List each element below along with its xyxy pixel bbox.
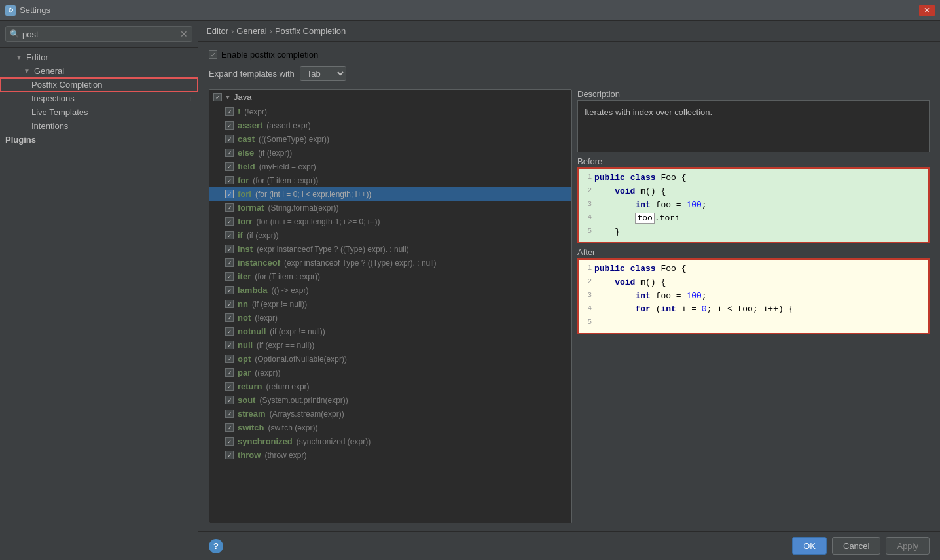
general-label: General xyxy=(34,66,64,76)
item-checkbox[interactable] xyxy=(225,382,234,391)
item-checkbox[interactable] xyxy=(225,176,234,184)
sidebar-item-general[interactable]: ▼ General xyxy=(0,64,198,78)
list-item-not[interactable]: ! (!expr) xyxy=(209,105,571,118)
item-checkbox[interactable] xyxy=(225,451,234,459)
java-section-header[interactable]: ▼ Java xyxy=(209,90,571,105)
list-item-notnull[interactable]: notnull (if (expr != null)) xyxy=(209,324,571,338)
list-item-opt[interactable]: opt (Optional.ofNullable(expr)) xyxy=(209,352,571,366)
inspections-label: Inspections xyxy=(31,94,75,103)
item-checkbox[interactable] xyxy=(225,231,234,239)
item-checkbox[interactable] xyxy=(225,190,234,198)
list-item-for[interactable]: for (for (T item : expr)) xyxy=(209,173,571,187)
ok-button[interactable]: OK xyxy=(792,537,827,555)
after-code-wrapper: 1 public class Foo { 2 void m() { 3 xyxy=(577,258,930,334)
list-item-not[interactable]: not (!expr) xyxy=(209,311,571,324)
list-item-field[interactable]: field (myField = expr) xyxy=(209,160,571,173)
item-checkbox[interactable] xyxy=(225,286,234,294)
item-checkbox[interactable] xyxy=(225,272,234,281)
sidebar-item-live-templates[interactable]: Live Templates xyxy=(0,105,198,119)
item-checkbox[interactable] xyxy=(225,423,234,432)
item-checkbox[interactable] xyxy=(225,162,234,171)
line-content: void m() { xyxy=(594,185,924,199)
sidebar-item-editor[interactable]: ▼ Editor xyxy=(0,50,198,64)
apply-button[interactable]: Apply xyxy=(886,537,930,555)
item-checkbox[interactable] xyxy=(225,149,234,157)
list-item-if[interactable]: if (if (expr)) xyxy=(209,228,571,242)
breadcrumb: Editor › General › Postfix Completion xyxy=(198,21,940,42)
item-checkbox[interactable] xyxy=(225,121,234,130)
item-checkbox[interactable] xyxy=(225,107,234,116)
list-item-return[interactable]: return (return expr) xyxy=(209,379,571,393)
item-checkbox[interactable] xyxy=(225,327,234,336)
list-item-cast[interactable]: cast (((SomeType) expr)) xyxy=(209,132,571,146)
item-checkbox[interactable] xyxy=(225,313,234,322)
item-checkbox[interactable] xyxy=(225,396,234,404)
item-checkbox[interactable] xyxy=(225,410,234,418)
list-item-instanceof[interactable]: instanceof (expr instanceof Type ? ((Typ… xyxy=(209,256,571,270)
item-checkbox[interactable] xyxy=(225,341,234,349)
description-label: Description xyxy=(577,89,930,99)
line-num: 5 xyxy=(583,317,594,330)
description-text: Iterates with index over collection. xyxy=(577,100,930,152)
sidebar-item-postfix[interactable]: Postfix Completion xyxy=(0,78,198,92)
list-item-switch[interactable]: switch (switch (expr)) xyxy=(209,421,571,434)
list-item-null[interactable]: null (if (expr == null)) xyxy=(209,338,571,352)
item-checkbox[interactable] xyxy=(225,355,234,363)
item-checkbox[interactable] xyxy=(225,217,234,226)
line-content: for (int i = 0; i < foo; i++) { xyxy=(594,303,924,317)
item-detail: (!expr) xyxy=(255,313,278,323)
help-button[interactable]: ? xyxy=(209,539,223,553)
item-checkbox[interactable] xyxy=(225,368,234,377)
template-list: ▼ Java ! (!expr) assert (assert exp xyxy=(209,89,572,523)
list-item-nn[interactable]: nn (if (expr != null)) xyxy=(209,297,571,311)
sidebar-item-inspections[interactable]: Inspections + xyxy=(0,92,198,105)
description-section: Description Iterates with index over col… xyxy=(577,89,930,152)
item-detail: (String.format(expr)) xyxy=(268,203,338,213)
list-item-throw[interactable]: throw (throw expr) xyxy=(209,448,571,462)
item-checkbox[interactable] xyxy=(225,300,234,308)
after-code: 1 public class Foo { 2 void m() { 3 xyxy=(579,260,928,333)
item-name: if xyxy=(238,230,243,240)
sidebar-item-plugins[interactable]: Plugins xyxy=(0,133,198,147)
item-name: opt xyxy=(238,354,251,364)
line-num: 5 xyxy=(583,226,594,239)
search-input[interactable] xyxy=(22,29,177,39)
list-item-iter[interactable]: iter (for (T item : expr)) xyxy=(209,270,571,283)
sidebar-item-intentions[interactable]: Intentions xyxy=(0,119,198,133)
expand-dropdown[interactable]: Tab Space Enter xyxy=(300,66,346,81)
code-line-2: 2 void m() { xyxy=(583,185,924,199)
line-num: 2 xyxy=(583,276,594,290)
list-item-fori[interactable]: fori (for (int i = 0; i < expr.length; i… xyxy=(209,187,571,201)
breadcrumb-part3: Postfix Completion xyxy=(275,26,346,36)
close-button[interactable]: ✕ xyxy=(919,5,935,16)
item-name: stream xyxy=(238,409,266,419)
item-checkbox[interactable] xyxy=(225,437,234,446)
java-checkbox[interactable] xyxy=(213,93,222,101)
clear-icon[interactable]: ✕ xyxy=(180,29,188,39)
list-item-forr[interactable]: forr (for (int i = expr.length-1; i >= 0… xyxy=(209,215,571,228)
list-item-format[interactable]: format (String.format(expr)) xyxy=(209,201,571,215)
list-item-lambda[interactable]: lambda (() -> expr) xyxy=(209,283,571,297)
list-item-else[interactable]: else (if (!expr)) xyxy=(209,146,571,160)
list-item-sout[interactable]: sout (System.out.println(expr)) xyxy=(209,393,571,407)
list-item-par[interactable]: par ((expr)) xyxy=(209,366,571,379)
intentions-label: Intentions xyxy=(31,121,68,131)
before-after-wrapper: Description Iterates with index over col… xyxy=(577,89,930,523)
item-name: for xyxy=(238,175,249,185)
item-detail: (for (int i = expr.length-1; i >= 0; i--… xyxy=(256,217,380,226)
editor-label: Editor xyxy=(26,52,48,62)
cancel-button[interactable]: Cancel xyxy=(832,537,880,555)
list-item-inst[interactable]: inst (expr instanceof Type ? ((Type) exp… xyxy=(209,242,571,256)
item-detail: (throw expr) xyxy=(264,451,306,460)
list-item-stream[interactable]: stream (Arrays.stream(expr)) xyxy=(209,407,571,421)
item-checkbox[interactable] xyxy=(225,245,234,253)
item-checkbox[interactable] xyxy=(225,135,234,143)
breadcrumb-sep1: › xyxy=(231,26,234,36)
list-item-synchronized[interactable]: synchronized (synchronized (expr)) xyxy=(209,434,571,448)
list-item-assert[interactable]: assert (assert expr) xyxy=(209,118,571,132)
item-name: switch xyxy=(238,423,264,432)
item-detail: (expr instanceof Type ? ((Type) expr). :… xyxy=(284,258,437,268)
item-checkbox[interactable] xyxy=(225,203,234,212)
item-checkbox[interactable] xyxy=(225,258,234,267)
enable-checkbox[interactable] xyxy=(209,50,217,59)
